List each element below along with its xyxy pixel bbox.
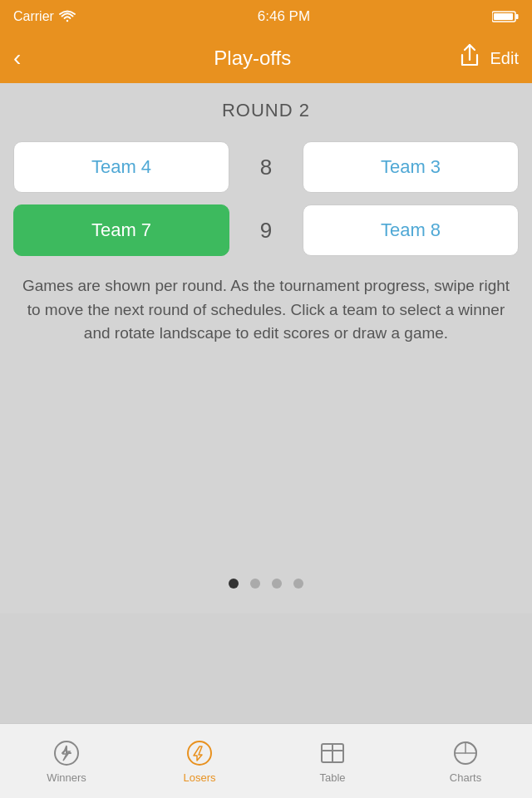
nav-title: Play-offs: [214, 47, 291, 70]
svg-rect-1: [515, 14, 518, 19]
share-button[interactable]: [459, 43, 480, 73]
tab-table[interactable]: Table: [274, 738, 391, 784]
dot-3: [272, 579, 282, 589]
charts-icon: [451, 738, 480, 768]
edit-button[interactable]: Edit: [490, 49, 519, 68]
table-icon: [318, 738, 347, 768]
losers-icon: [185, 738, 214, 768]
status-left: Carrier: [13, 9, 76, 24]
tab-winners-label: Winners: [47, 771, 86, 784]
round-title: ROUND 2: [13, 100, 519, 121]
tab-bar: Winners Losers Table: [0, 723, 532, 798]
status-time: 6:46 PM: [258, 8, 310, 25]
status-bar: Carrier 6:46 PM: [0, 0, 532, 33]
status-right: [492, 10, 519, 23]
tab-winners[interactable]: Winners: [8, 738, 125, 784]
dot-2: [250, 579, 260, 589]
back-button[interactable]: ‹: [13, 45, 47, 71]
svg-rect-2: [494, 13, 513, 20]
tab-table-label: Table: [319, 771, 345, 784]
score-2: 9: [245, 218, 287, 244]
tab-losers-label: Losers: [183, 771, 215, 784]
winners-icon: [52, 738, 81, 768]
carrier-label: Carrier: [13, 9, 54, 24]
dot-4: [293, 579, 303, 589]
team-7-button[interactable]: Team 7: [13, 204, 229, 256]
match-row-1: Team 4 8 Team 3: [13, 141, 519, 193]
nav-bar: ‹ Play-offs Edit: [0, 33, 532, 83]
info-text: Games are shown per round. As the tourna…: [13, 274, 519, 346]
page-dots: [13, 579, 519, 597]
nav-right-buttons: Edit: [459, 43, 519, 73]
dot-1: [229, 579, 239, 589]
team-3-button[interactable]: Team 3: [303, 141, 519, 193]
tab-charts-label: Charts: [450, 771, 481, 784]
tab-losers[interactable]: Losers: [141, 738, 258, 784]
score-1: 8: [245, 155, 287, 180]
wifi-icon: [59, 10, 76, 23]
battery-icon: [492, 10, 519, 23]
match-row-2: Team 7 9 Team 8: [13, 204, 519, 256]
main-content: ROUND 2 Team 4 8 Team 3 Team 7 9 Team 8 …: [0, 83, 532, 613]
team-4-button[interactable]: Team 4: [13, 141, 229, 193]
team-8-button[interactable]: Team 8: [303, 204, 519, 256]
tab-charts[interactable]: Charts: [407, 738, 524, 784]
